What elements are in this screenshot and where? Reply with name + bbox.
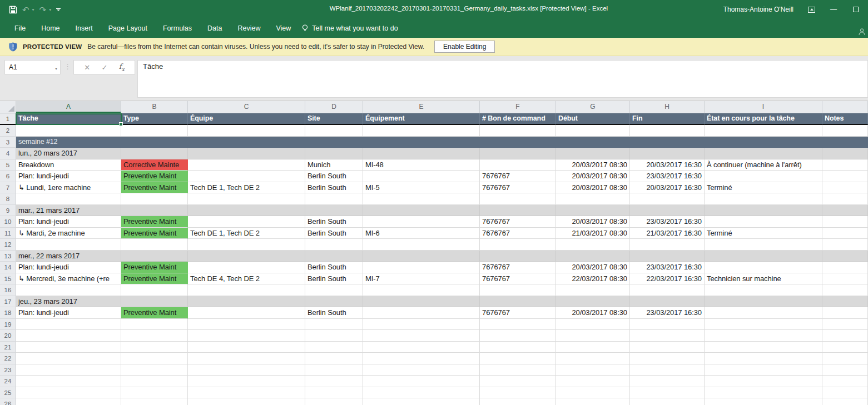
cell-F3[interactable] — [480, 137, 556, 148]
minimize-icon[interactable]: — — [829, 5, 838, 14]
insert-function-icon[interactable]: fx — [119, 62, 125, 72]
cell-A15[interactable]: ↳ Mercredi, 3e machine (+re — [16, 273, 121, 285]
cell-E22[interactable] — [363, 353, 480, 364]
cell-J8[interactable] — [822, 193, 868, 205]
cell-D6[interactable]: Berlin South — [305, 171, 363, 182]
cell-D17[interactable] — [305, 296, 363, 308]
row-header-8[interactable]: 8 — [0, 193, 16, 205]
cell-C14[interactable] — [188, 262, 305, 273]
cell-A19[interactable] — [16, 319, 121, 331]
cell-A17[interactable]: jeu., 23 mars 2017 — [16, 296, 121, 308]
cell-A6[interactable]: Plan: lundi-jeudi — [16, 171, 121, 182]
cell-E26[interactable] — [363, 398, 480, 405]
cell-C25[interactable] — [188, 387, 305, 399]
cell-I26[interactable] — [705, 398, 822, 405]
row-header-21[interactable]: 21 — [0, 342, 16, 353]
cell-F18[interactable]: 7676767 — [480, 307, 556, 319]
row-header-18[interactable]: 18 — [0, 307, 16, 319]
cell-I7[interactable]: Terminé — [705, 182, 822, 194]
cell-C4[interactable] — [188, 148, 305, 159]
cell-F19[interactable] — [480, 319, 556, 331]
cell-D18[interactable]: Berlin South — [305, 307, 363, 319]
cell-D14[interactable]: Berlin South — [305, 262, 363, 273]
column-header-b[interactable]: B — [121, 101, 188, 113]
cell-C17[interactable] — [188, 296, 305, 308]
cell-C5[interactable] — [188, 159, 305, 171]
cell-F4[interactable] — [480, 148, 556, 159]
cell-A3[interactable]: semaine #12 — [16, 137, 121, 148]
cell-F13[interactable] — [480, 251, 556, 262]
column-header-c[interactable]: C — [188, 101, 305, 113]
cell-F12[interactable] — [480, 239, 556, 251]
cell-H6[interactable]: 23/03/2017 16:30 — [630, 171, 705, 182]
cell-B20[interactable] — [121, 330, 188, 342]
name-box-dropdown-icon[interactable]: ▾ — [55, 66, 57, 71]
cell-D13[interactable] — [305, 251, 363, 262]
cell-J5[interactable] — [822, 159, 868, 171]
cell-J2[interactable] — [822, 125, 868, 137]
cell-H14[interactable]: 23/03/2017 16:30 — [630, 262, 705, 273]
cell-I24[interactable] — [705, 376, 822, 387]
cell-J20[interactable] — [822, 330, 868, 342]
cell-B6[interactable]: Preventive Maint — [121, 171, 188, 182]
cell-I16[interactable] — [705, 284, 822, 296]
row-header-16[interactable]: 16 — [0, 284, 16, 296]
cancel-icon[interactable]: ✕ — [84, 63, 90, 72]
cell-H4[interactable] — [630, 148, 705, 159]
cell-I4[interactable] — [705, 148, 822, 159]
column-header-f[interactable]: F — [480, 101, 556, 113]
cell-D15[interactable]: Berlin South — [305, 273, 363, 285]
cell-G3[interactable] — [556, 137, 630, 148]
column-header-h[interactable]: H — [630, 101, 705, 113]
cell-C8[interactable] — [188, 193, 305, 205]
row-header-23[interactable]: 23 — [0, 364, 16, 376]
cell-G1[interactable]: Début — [556, 113, 630, 125]
cell-C16[interactable] — [188, 284, 305, 296]
cell-G25[interactable] — [556, 387, 630, 399]
cell-H10[interactable]: 23/03/2017 16:30 — [630, 216, 705, 228]
cell-G14[interactable]: 20/03/2017 08:30 — [556, 262, 630, 273]
cell-H9[interactable] — [630, 205, 705, 217]
cell-H26[interactable] — [630, 398, 705, 405]
cell-E3[interactable] — [363, 137, 480, 148]
cell-C19[interactable] — [188, 319, 305, 331]
cell-J23[interactable] — [822, 364, 868, 376]
cell-F11[interactable]: 7676767 — [480, 228, 556, 239]
tab-file[interactable]: File — [7, 19, 33, 38]
cell-G6[interactable]: 20/03/2017 08:30 — [556, 171, 630, 182]
cell-G4[interactable] — [556, 148, 630, 159]
cell-B11[interactable]: Preventive Maint — [121, 228, 188, 239]
row-header-1[interactable]: 1 — [0, 113, 16, 125]
cell-D12[interactable] — [305, 239, 363, 251]
cell-D5[interactable]: Munich — [305, 159, 363, 171]
tab-view[interactable]: View — [268, 19, 299, 38]
cell-J11[interactable] — [822, 228, 868, 239]
cell-H17[interactable] — [630, 296, 705, 308]
cell-A13[interactable]: mer., 22 mars 2017 — [16, 251, 121, 262]
cell-C22[interactable] — [188, 353, 305, 364]
cell-B23[interactable] — [121, 364, 188, 376]
cell-J1[interactable]: Notes — [822, 113, 868, 125]
cell-A24[interactable] — [16, 376, 121, 387]
cell-H13[interactable] — [630, 251, 705, 262]
cell-B7[interactable]: Preventive Maint — [121, 182, 188, 194]
cell-J9[interactable] — [822, 205, 868, 217]
cell-J4[interactable] — [822, 148, 868, 159]
cell-F2[interactable] — [480, 125, 556, 137]
cell-B4[interactable] — [121, 148, 188, 159]
cell-D22[interactable] — [305, 353, 363, 364]
enable-editing-button[interactable]: Enable Editing — [434, 41, 495, 53]
cell-J17[interactable] — [822, 296, 868, 308]
cell-B16[interactable] — [121, 284, 188, 296]
tell-me-box[interactable]: Tell me what you want to do — [302, 24, 398, 33]
cell-A4[interactable]: lun., 20 mars 2017 — [16, 148, 121, 159]
cell-C10[interactable] — [188, 216, 305, 228]
cell-F14[interactable]: 7676767 — [480, 262, 556, 273]
cell-I11[interactable]: Terminé — [705, 228, 822, 239]
cell-F8[interactable] — [480, 193, 556, 205]
cell-D21[interactable] — [305, 342, 363, 353]
cell-A22[interactable] — [16, 353, 121, 364]
cell-E16[interactable] — [363, 284, 480, 296]
cell-G9[interactable] — [556, 205, 630, 217]
share-button[interactable]: S — [858, 28, 868, 36]
